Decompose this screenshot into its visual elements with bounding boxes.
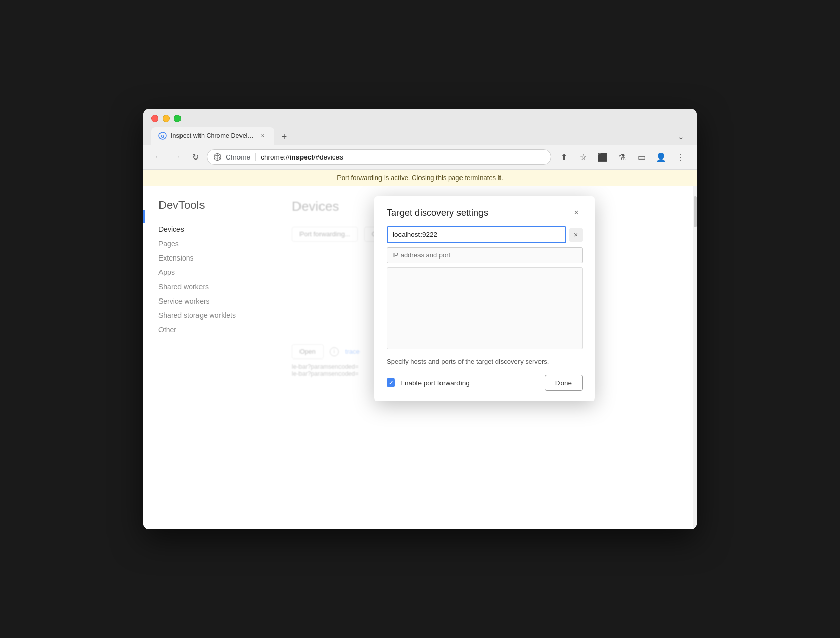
host-area xyxy=(387,267,583,349)
address-bar-row: ← → ↻ Chrome | chrome://inspect/#devices… xyxy=(143,145,697,170)
sidebar-nav: Devices Pages Extensions Apps Shared wor… xyxy=(158,222,276,337)
reload-button[interactable]: ↻ xyxy=(188,150,203,164)
enable-port-forwarding-checkbox[interactable] xyxy=(387,378,395,387)
checkbox-row: Enable port forwarding xyxy=(387,378,470,387)
address-actions: ⬆ ☆ ⬛ ⚗ ▭ 👤 ⋮ xyxy=(555,149,689,165)
modal-header: Target discovery settings × xyxy=(374,196,595,226)
bookmark-button[interactable]: ☆ xyxy=(575,149,591,165)
share-button[interactable]: ⬆ xyxy=(555,149,572,165)
description-text: Specify hosts and ports of the target di… xyxy=(387,356,583,367)
modal-overlay: Target discovery settings × × Specify ho… xyxy=(276,186,693,529)
sidebar-item-other[interactable]: Other xyxy=(158,323,276,337)
chrome-globe-icon xyxy=(213,153,222,161)
page-content: Devices Port forwarding... Configure... … xyxy=(276,186,693,529)
browser-window: G Inspect with Chrome Develope × + ⌄ ← →… xyxy=(143,109,697,529)
port-forwarding-banner: Port forwarding is active. Closing this … xyxy=(143,170,697,186)
tabs-row: G Inspect with Chrome Develope × + ⌄ xyxy=(151,127,689,145)
maximize-button[interactable] xyxy=(174,115,181,122)
sidebar-item-service-workers[interactable]: Service workers xyxy=(158,294,276,308)
banner-text: Port forwarding is active. Closing this … xyxy=(337,174,503,182)
modal-close-button[interactable]: × xyxy=(570,207,583,219)
modal-body: × Specify hosts and ports of the target … xyxy=(374,226,595,401)
traffic-lights xyxy=(151,115,689,122)
active-tab[interactable]: G Inspect with Chrome Develope × xyxy=(151,127,274,145)
forward-button[interactable]: → xyxy=(170,150,184,164)
sidebar-item-shared-workers[interactable]: Shared workers xyxy=(158,280,276,294)
sidebar-item-devices[interactable]: Devices xyxy=(158,222,276,236)
host-input-row: × xyxy=(387,226,583,243)
modal-title: Target discovery settings xyxy=(387,208,488,218)
extensions-button[interactable]: ⬛ xyxy=(594,149,611,165)
profile-button[interactable]: 👤 xyxy=(653,149,669,165)
target-discovery-modal: Target discovery settings × × Specify ho… xyxy=(374,196,595,401)
back-button[interactable]: ← xyxy=(151,150,166,164)
menu-button[interactable]: ⋮ xyxy=(672,149,689,165)
pipe-divider: | xyxy=(254,152,256,162)
close-button[interactable] xyxy=(151,115,158,122)
tab-close-button[interactable]: × xyxy=(258,131,267,141)
sidebar-item-apps[interactable]: Apps xyxy=(158,265,276,280)
devtools-button[interactable]: ⚗ xyxy=(614,149,630,165)
modal-bottom-row: Enable port forwarding Done xyxy=(387,375,583,391)
done-button[interactable]: Done xyxy=(545,375,583,391)
tab-menu-button[interactable]: ⌄ xyxy=(673,129,689,145)
sidebar-item-extensions[interactable]: Extensions xyxy=(158,251,276,265)
tab-title: Inspect with Chrome Develope xyxy=(171,132,254,139)
tab-favicon-icon: G xyxy=(158,132,167,140)
scrollbar[interactable] xyxy=(693,186,697,529)
host-input-empty[interactable] xyxy=(387,247,583,263)
host-input-empty-row xyxy=(387,247,583,263)
input-clear-button[interactable]: × xyxy=(569,228,583,242)
scrollbar-thumb[interactable] xyxy=(694,196,697,227)
main-content: DevTools Devices Pages Extensions Apps S… xyxy=(143,186,697,529)
sidebar-item-shared-storage[interactable]: Shared storage worklets xyxy=(158,308,276,323)
new-tab-button[interactable]: + xyxy=(276,129,292,145)
sidebar-item-pages[interactable]: Pages xyxy=(158,236,276,251)
sidebar: DevTools Devices Pages Extensions Apps S… xyxy=(143,186,276,529)
title-bar: G Inspect with Chrome Develope × + ⌄ xyxy=(143,109,697,145)
address-bold: inspect xyxy=(289,153,313,161)
minimize-button[interactable] xyxy=(163,115,170,122)
checkbox-label: Enable port forwarding xyxy=(400,379,470,387)
svg-text:G: G xyxy=(161,134,164,139)
address-text: chrome://inspect/#devices xyxy=(261,153,343,161)
address-field[interactable]: Chrome | chrome://inspect/#devices xyxy=(207,149,551,165)
host-input[interactable] xyxy=(387,226,566,243)
sidebar-active-indicator xyxy=(143,210,145,223)
sidebar-title: DevTools xyxy=(158,198,276,212)
sidebar-toggle-button[interactable]: ▭ xyxy=(633,149,650,165)
chrome-label: Chrome xyxy=(226,153,250,161)
